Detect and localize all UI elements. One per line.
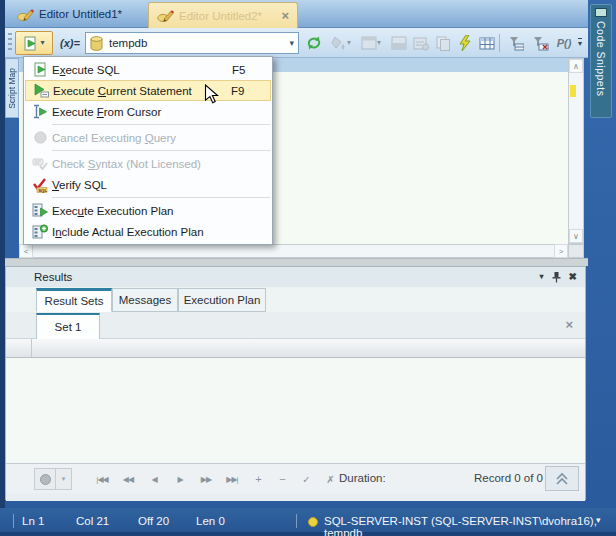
connection-status-icon (308, 517, 318, 527)
tab-result-sets[interactable]: Result Sets (36, 288, 112, 312)
menu-item-execute-execution-plan[interactable]: Execute Execution Plan (24, 200, 272, 221)
execute-sql-split-button[interactable]: ▾ (15, 31, 53, 55)
refresh-button[interactable] (303, 31, 325, 55)
menu-separator (52, 150, 270, 151)
chevron-down-icon[interactable]: ▾ (596, 515, 601, 525)
scroll-right-arrow[interactable]: > (554, 244, 568, 258)
record-navigator-bar: ▾ |◀◀ ◀◀ ◀ ▶ ▶▶ ▶▶| + − ✓ ✗ Duration: Re… (6, 463, 585, 493)
nav-end-edit-button[interactable]: ✓ (294, 470, 318, 488)
chevron-down-icon: ▾ (347, 39, 351, 47)
tab-execution-plan[interactable]: Execution Plan (178, 288, 266, 312)
pin-results-button[interactable] (388, 31, 410, 55)
editor-horizontal-scrollbar[interactable]: < > (19, 244, 568, 258)
tab-script-map[interactable]: Script Map (5, 58, 19, 118)
record-count-label: Record 0 of 0 (461, 472, 543, 484)
menu-item-execute-from-cursor[interactable]: Execute From Cursor (24, 101, 272, 122)
menu-item-execute-sql[interactable]: Execute SQL F5 (24, 59, 272, 80)
menu-separator (52, 124, 270, 125)
generate-script-button[interactable] (454, 31, 476, 55)
status-bar: Ln 1 Col 21 Off 20 Len 0 SQL-SERVER-INST… (0, 508, 616, 536)
nav-first-button[interactable]: |◀◀ (90, 470, 114, 488)
sql-toolbar: ▾ (x)= tempdb ▾ (5, 28, 588, 58)
code-snippets-icon (595, 8, 607, 17)
status-separator (13, 514, 14, 528)
pin-icon[interactable] (552, 271, 561, 283)
result-grid-body[interactable] (6, 358, 585, 463)
chevron-down-icon[interactable]: ▾ (56, 468, 72, 490)
scrollbar-corner (568, 244, 584, 258)
chevron-down-icon: ▾ (578, 38, 582, 48)
stop-loading-button[interactable] (34, 468, 56, 490)
menu-item-include-actual-execution-plan[interactable]: Include Actual Execution Plan (24, 221, 272, 242)
cancel-query-icon (28, 130, 52, 145)
scroll-down-arrow[interactable]: ∨ (569, 229, 583, 243)
tab-label: Editor Untitled2* (179, 10, 262, 22)
panel-splitter[interactable] (5, 258, 588, 266)
shortcut-label: F5 (232, 64, 266, 76)
execute-sql-icon (23, 36, 38, 51)
panel-menu-chevron-icon[interactable]: ▾ (540, 273, 544, 281)
nav-append-button[interactable]: + (246, 470, 270, 488)
result-set-tab-row: Set 1 × (6, 312, 585, 339)
database-combo-value: tempdb (109, 37, 147, 49)
scroll-up-arrow[interactable]: ∧ (569, 59, 583, 73)
status-length-label: Len 0 (196, 515, 225, 527)
execute-execution-plan-icon (28, 203, 52, 218)
connection-label[interactable]: SQL-SERVER-INST (SQL-SERVER-INST\dvohra1… (324, 515, 616, 536)
close-icon[interactable]: ✖ (569, 272, 577, 282)
scroll-left-arrow[interactable]: < (19, 244, 33, 258)
group-data-button[interactable] (504, 31, 526, 55)
results-panel: Results ▾ ✖ Result Sets Messages (5, 266, 586, 500)
chevron-down-icon[interactable]: ▾ (289, 38, 294, 48)
format-document-button[interactable]: ▾ (327, 31, 355, 55)
tab-messages[interactable]: Messages (112, 288, 178, 312)
shortcut-label: F9 (231, 85, 265, 97)
tab-set-1[interactable]: Set 1 (36, 313, 100, 339)
status-line-label: Ln 1 (22, 515, 44, 527)
results-tab-bar: Result Sets Messages Execution Plan (6, 287, 585, 312)
scrollbar-change-marker (570, 85, 576, 97)
data-grid-button[interactable] (476, 31, 498, 55)
editor-document-icon (17, 7, 34, 22)
database-cylinder-icon (90, 36, 103, 51)
layout-window-button[interactable]: ▾ (357, 31, 385, 55)
svg-text:SQL: SQL (38, 187, 47, 192)
tab-code-snippets[interactable]: Code Snippets (590, 4, 612, 118)
nav-next-page-button[interactable]: ▶▶ (194, 470, 218, 488)
close-icon[interactable]: × (565, 317, 573, 332)
menu-item-verify-sql[interactable]: SQL Verify SQL (24, 174, 272, 195)
toolbar-grip-handle[interactable] (8, 33, 12, 53)
results-panel-title: Results (34, 271, 72, 283)
results-bottom-strip (6, 493, 585, 501)
toolbar-separator (499, 34, 500, 52)
document-tab-bar: Editor Untitled1* Editor Untitled2* × (5, 0, 588, 28)
results-title-bar: Results ▾ ✖ (6, 267, 585, 287)
verify-sql-icon: SQL (28, 177, 52, 193)
status-separator (296, 514, 297, 528)
menu-item-execute-current-statement[interactable]: Execute Current Statement F9 (25, 80, 271, 101)
nav-delete-button[interactable]: − (270, 470, 294, 488)
execute-sql-icon (28, 62, 52, 77)
row-selector-cell[interactable] (6, 339, 32, 357)
chevron-down-icon: ▾ (40, 39, 44, 47)
sql-window-button[interactable] (410, 31, 432, 55)
tab-editor-untitled1[interactable]: Editor Untitled1* (9, 0, 145, 28)
collapse-navigator-button[interactable] (545, 466, 579, 491)
close-icon[interactable]: × (281, 9, 289, 22)
parameters-po-button[interactable]: P() (553, 31, 575, 55)
editor-vertical-scrollbar[interactable]: ∧ ∨ (568, 58, 584, 244)
tab-editor-untitled2[interactable]: Editor Untitled2* × (148, 2, 298, 28)
menu-item-check-syntax: Check Syntax (Not Licensed) (24, 153, 272, 174)
edit-parameters-button[interactable]: (x)= (57, 31, 83, 55)
nav-next-button[interactable]: ▶ (168, 470, 192, 488)
stop-circle-icon (40, 474, 51, 485)
status-offset-label: Off 20 (138, 515, 169, 527)
nav-last-button[interactable]: ▶▶| (220, 470, 244, 488)
database-combo[interactable]: tempdb ▾ (85, 32, 299, 54)
filter-data-button[interactable] (528, 31, 552, 55)
nav-prev-page-button[interactable]: ◀◀ (116, 470, 140, 488)
chevron-down-icon: ▾ (377, 39, 381, 47)
nav-prev-button[interactable]: ◀ (142, 470, 166, 488)
toolbar-overflow-button[interactable]: ▾ (573, 31, 587, 55)
copy-results-button[interactable] (432, 31, 454, 55)
